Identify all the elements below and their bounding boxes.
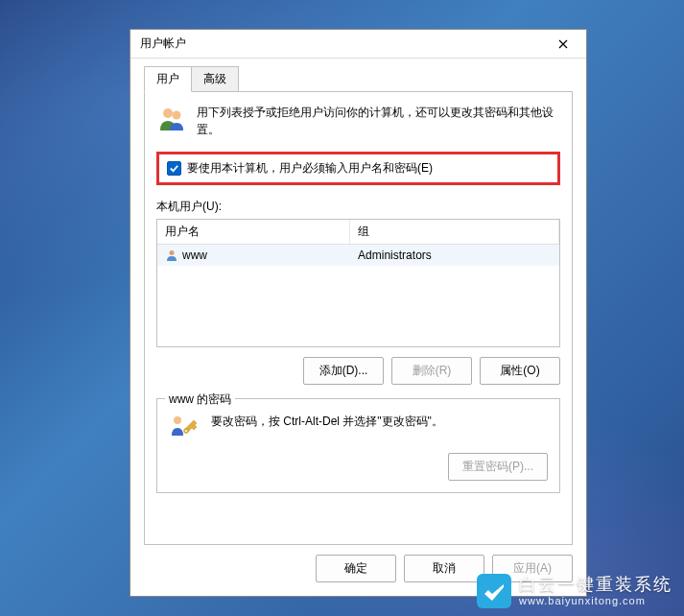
remove-user-button[interactable]: 删除(R) bbox=[391, 357, 472, 385]
user-list[interactable]: 用户名 组 www Administrators bbox=[156, 219, 560, 347]
close-button[interactable] bbox=[542, 31, 584, 58]
svg-point-1 bbox=[173, 111, 181, 120]
user-accounts-dialog: 用户帐户 用户 高级 用下列表授予或拒绝用户访问你的计算机，还可以更改其密码和其… bbox=[130, 29, 587, 597]
watermark-name: 白云一键重装系统 bbox=[519, 575, 672, 596]
add-user-button[interactable]: 添加(D)... bbox=[303, 357, 384, 385]
users-icon bbox=[156, 104, 187, 134]
ok-button[interactable]: 确定 bbox=[316, 555, 396, 582]
window-title: 用户帐户 bbox=[140, 36, 542, 52]
tab-strip: 用户 高级 bbox=[144, 66, 573, 92]
titlebar: 用户帐户 bbox=[130, 30, 586, 59]
header-username[interactable]: 用户名 bbox=[157, 220, 350, 244]
list-header: 用户名 组 bbox=[157, 220, 559, 245]
tab-advanced[interactable]: 高级 bbox=[191, 66, 239, 92]
row-group: Administrators bbox=[350, 247, 559, 264]
tab-users[interactable]: 用户 bbox=[144, 66, 192, 92]
user-icon bbox=[165, 249, 178, 262]
watermark-logo-icon bbox=[477, 574, 511, 608]
key-icon bbox=[169, 413, 200, 443]
tab-panel-users: 用下列表授予或拒绝用户访问你的计算机，还可以更改其密码和其他设置。 要使用本计算… bbox=[144, 91, 573, 545]
reset-password-button[interactable]: 重置密码(P)... bbox=[448, 453, 548, 481]
require-login-label[interactable]: 要使用本计算机，用户必须输入用户名和密码(E) bbox=[187, 160, 433, 177]
properties-button[interactable]: 属性(O) bbox=[480, 357, 560, 385]
user-list-label: 本机用户(U): bbox=[156, 199, 560, 215]
svg-point-5 bbox=[185, 430, 187, 432]
intro-text: 用下列表授予或拒绝用户访问你的计算机，还可以更改其密码和其他设置。 bbox=[197, 104, 560, 138]
table-row[interactable]: www Administrators bbox=[157, 245, 559, 266]
cancel-button[interactable]: 取消 bbox=[404, 555, 484, 582]
svg-point-2 bbox=[170, 250, 175, 255]
watermark: 白云一键重装系统 www.baiyunxitong.com bbox=[477, 574, 672, 608]
require-login-row: 要使用本计算机，用户必须输入用户名和密码(E) bbox=[156, 152, 560, 185]
row-username: www bbox=[182, 249, 207, 262]
watermark-url: www.baiyunxitong.com bbox=[519, 595, 672, 607]
password-fieldset: www 的密码 要改密码，按 Ctrl-Alt-Del 并选择"更改密码"。 bbox=[156, 398, 560, 493]
svg-point-0 bbox=[163, 108, 173, 118]
require-login-checkbox[interactable] bbox=[167, 161, 181, 176]
password-legend: www 的密码 bbox=[165, 391, 235, 408]
header-group[interactable]: 组 bbox=[350, 220, 559, 244]
svg-point-3 bbox=[174, 416, 181, 424]
password-text: 要改密码，按 Ctrl-Alt-Del 并选择"更改密码"。 bbox=[211, 413, 443, 430]
